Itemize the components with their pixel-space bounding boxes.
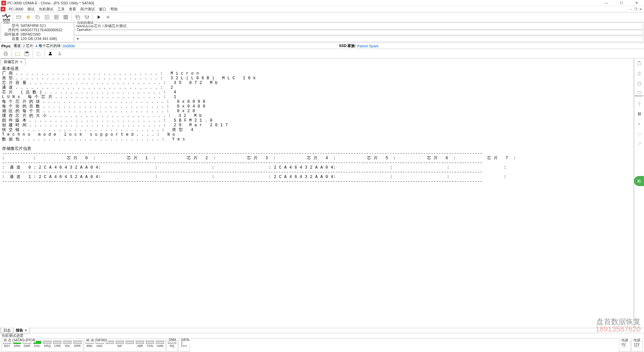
mdi-controls: – ❐ ✕ — [630, 7, 644, 11]
menu-user-test[interactable]: 用户测试 — [78, 6, 97, 12]
operation-dropdown[interactable]: ▼ — [74, 36, 643, 42]
tool-icon-1[interactable] — [14, 13, 23, 21]
menu-test[interactable]: 测试 — [25, 6, 37, 12]
right-icon-chip[interactable] — [636, 80, 643, 87]
mdi-min[interactable]: – — [630, 7, 632, 11]
tool-table-icon[interactable] — [61, 13, 70, 21]
operation-box: 当前的测试 NAND闪存芯片 / 存储芯片测试 Operation ▼ — [74, 23, 643, 42]
svg-rect-27 — [640, 112, 640, 115]
status-bar: 状 态 (SATA0)-[PIO4] BSYDRDDWFDSCDRQCRRIDX… — [0, 339, 644, 352]
svg-point-10 — [87, 18, 88, 19]
progress-label: 当前测试进度 — [1, 333, 23, 338]
ssd-legend: SSD — [2, 20, 11, 24]
tab-log[interactable]: 日志 — [1, 327, 13, 334]
right-icon-1[interactable] — [636, 60, 643, 67]
status-legend-5v: 电源 5V — [621, 338, 630, 346]
status-legend-3: DMA — [168, 338, 177, 342]
window-title: PC-3000 UDMA-E - China - [PS SSD Utility… — [7, 1, 599, 5]
status-group-state: 状 态 (SATA0)-[PIO4] BSYDRDDWFDSCDRQCRRIDX… — [1, 340, 83, 352]
status-group-error: 错 误 (SATA0) BBKUNCINFABRTONAMN — [84, 340, 166, 352]
ssd-serial-key: 序列号 — [2, 28, 20, 32]
phys-ch-key: 通道: — [13, 43, 22, 48]
phys-fam-key: SSD 家族: — [339, 43, 356, 48]
mdi-restore[interactable]: ❐ — [634, 7, 637, 11]
mdi-close[interactable]: ✕ — [639, 7, 642, 11]
current-test-field: 当前的测试 NAND闪存芯片 / 存储芯片测试 — [74, 23, 643, 30]
menu-tools[interactable]: 工具 — [55, 6, 67, 12]
svg-rect-4 — [37, 16, 40, 19]
phys-chip-key: 芯片: — [26, 43, 34, 48]
svg-rect-21 — [639, 61, 640, 62]
status-group-12v: 电源 12V 12V — [631, 340, 643, 352]
play-button[interactable] — [94, 13, 103, 21]
close-button[interactable]: ✕ — [629, 0, 644, 6]
menu-view[interactable]: 查看 — [67, 6, 78, 12]
svg-rect-0 — [17, 16, 21, 19]
open-icon[interactable] — [13, 49, 22, 58]
tool-gear-icon[interactable] — [24, 13, 33, 21]
svg-rect-26 — [638, 112, 639, 115]
svg-rect-23 — [638, 82, 641, 85]
svg-point-28 — [637, 133, 641, 135]
tab-close-icon[interactable]: ✕ — [20, 60, 22, 64]
status-group-dma: DMA RQ — [166, 340, 178, 352]
search-icon[interactable] — [46, 49, 55, 58]
right-icon-pause[interactable] — [636, 110, 643, 118]
current-test-legend: 当前的测试 — [76, 20, 94, 25]
svg-rect-19 — [38, 53, 41, 56]
right-toolbar: RESET — [634, 58, 644, 328]
right-icon-power[interactable] — [636, 100, 643, 107]
print-icon[interactable] — [1, 49, 10, 58]
titlebar: A PC-3000 UDMA-E - China - [PS SSD Utili… — [0, 0, 644, 6]
right-icon-next[interactable] — [636, 120, 643, 128]
bottom-tabs: 日志 报告✕ 盘首数据恢复 18913587620 — [0, 328, 644, 333]
stop-button[interactable] — [104, 13, 112, 21]
status-legend-12v: 电源 12V — [633, 338, 642, 346]
svg-point-9 — [85, 16, 86, 17]
copy2-icon[interactable] — [34, 49, 43, 58]
svg-rect-24 — [637, 91, 641, 93]
ssd-cap-val: 120 GB (234 441 648) — [20, 37, 57, 41]
tool-grid2-icon[interactable] — [52, 13, 61, 21]
report-text[interactable]: 基本信息 厂 商 . . . . . . . . . . . . . . . .… — [0, 65, 634, 328]
status-legend-1: 状 态 (SATA0)-[PIO4] — [3, 338, 36, 343]
right-icon-disk[interactable] — [636, 130, 643, 138]
floating-badge[interactable]: 31 — [634, 176, 644, 186]
phys-label: Phys: — [1, 44, 11, 48]
svg-rect-12 — [107, 16, 109, 18]
ssd-model-val: SATAFIRM S11 — [20, 24, 46, 28]
status-legend-4: SATA-2 — [180, 338, 191, 345]
right-icon-phi[interactable] — [636, 70, 643, 77]
info-bar: SSD 型号SATAFIRM S11 序列号045D077517E4000005… — [0, 22, 644, 43]
phys-blk-key: 每个芯片的块: — [39, 43, 62, 48]
content-area: 存储芯片 ✕ 基本信息 厂 商 . . . . . . . . . . . . … — [0, 58, 644, 328]
save-icon[interactable] — [22, 49, 31, 58]
menu-window[interactable]: 窗口 — [97, 6, 108, 12]
tool-grid-icon[interactable] — [43, 13, 51, 21]
app-icon: A — [1, 1, 6, 5]
right-icon-tools[interactable] — [636, 140, 643, 148]
menu-current-test[interactable]: 当前测试 — [37, 6, 55, 12]
phys-chip-val: 4 — [36, 44, 38, 48]
tab-report-close[interactable]: ✕ — [24, 328, 27, 332]
tool-copy-icon[interactable] — [33, 13, 42, 21]
phys-bar: Phys: 通道: 2 芯片: 4 每个芯片的块: 0x0890 SSD 家族:… — [0, 43, 644, 49]
right-icon-reset[interactable]: RESET — [636, 90, 643, 97]
minimize-button[interactable]: — — [599, 0, 614, 6]
status-legend-2: 错 误 (SATA0) — [86, 338, 108, 343]
ssd-serial-val: 045D077517E400000552 — [20, 28, 62, 32]
operation-legend: Operation — [76, 28, 92, 32]
tab-chip[interactable]: 存储芯片 ✕ — [1, 58, 25, 65]
main-pane: 存储芯片 ✕ 基本信息 厂 商 . . . . . . . . . . . . … — [0, 58, 634, 328]
main-toolbar: SATA0 — [0, 12, 644, 22]
menu-help[interactable]: 帮助 — [108, 6, 120, 12]
dropdown-arrow-icon: ▼ — [76, 37, 79, 41]
phys-blk-val: 0x0890 — [63, 44, 75, 48]
report-tabs: 存储芯片 ✕ — [0, 58, 634, 65]
maximize-button[interactable]: ☐ — [614, 0, 629, 6]
search-next-icon[interactable] — [55, 49, 64, 58]
svg-point-11 — [88, 16, 89, 17]
menubar: A PC-3000 测试 当前测试 工具 查看 用户测试 窗口 帮助 – ❐ ✕ — [0, 6, 644, 12]
menu-pc3000[interactable]: PC-3000 — [7, 7, 25, 11]
tab-report[interactable]: 报告✕ — [13, 327, 30, 334]
